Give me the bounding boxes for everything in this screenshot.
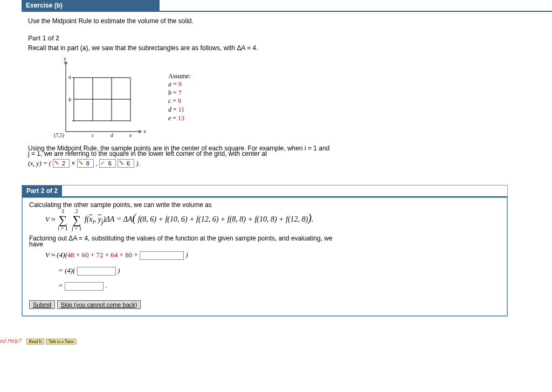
eval-line-1: V ≈ (4)(48 + 60 + 72 + 64 + 80 + ) [45,250,500,260]
eval-line-2: = (4)( ) [58,266,500,276]
factoring-text: Factoring out ΔA = 4, substituting the v… [29,236,500,247]
svg-text:c: c [92,132,94,138]
need-help-label: ed Help? [0,338,22,344]
exercise-prompt: Use the Midpoint Rule to estimate the vo… [22,15,552,30]
blank-sum[interactable] [77,267,116,276]
eval-line-3: = . [58,281,500,291]
exercise-header: Exercise (b) [22,0,160,11]
part2-header: Part 2 of 2 [22,185,62,196]
svg-text:(7,5): (7,5) [54,132,64,139]
assume-block: Assume: a = 9 b = 7 c = 9 d = 11 e = 13 [168,72,191,123]
input-y2[interactable]: 6 [118,159,134,168]
svg-text:y: y [64,56,66,61]
svg-text:d: d [111,132,114,138]
svg-text:x: x [143,128,146,134]
svg-text:e: e [129,132,132,138]
xy-close: ). [136,160,140,167]
skip-button[interactable]: Skip (you cannot come back) [57,300,141,309]
blank-total[interactable] [65,282,104,291]
volume-formula: V ≈ 3 ∑ i = 1 2 ∑ j = 1 f(xi, yj)ΔA = ΔA… [45,209,500,231]
midpoint-explanation: Using the Midpoint Rule, the sample poin… [28,146,546,157]
submit-button[interactable]: Submit [29,300,55,309]
input-x2[interactable]: 8 [77,159,94,168]
input-y1[interactable]: 6 [99,159,116,168]
subrectangle-grid: y x a b c d e (7,5) [44,56,147,142]
svg-text:a: a [68,74,71,80]
part1-header: Part 1 of 2 [22,30,552,43]
input-x1[interactable]: 2 [53,159,70,168]
svg-text:b: b [68,97,71,102]
part2-intro: Calculating the other sample points, we … [29,201,500,209]
part1-recall: Recall that in part (a), we saw that the… [28,44,546,53]
read-it-button[interactable]: Read It [26,339,44,345]
xy-open: (x, y) = ( [28,160,51,167]
talk-tutor-button[interactable]: Talk to a Tutor [46,339,77,345]
blank-term6[interactable] [140,251,184,260]
